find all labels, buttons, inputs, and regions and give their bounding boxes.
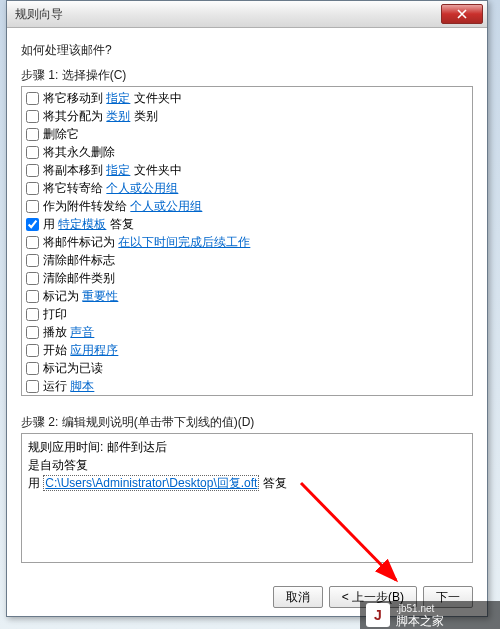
action-value-link[interactable]: 脚本 xyxy=(70,379,94,393)
action-checkbox[interactable] xyxy=(26,272,39,285)
watermark-text: 脚本之家 xyxy=(396,615,444,627)
watermark: J .jb51.net 脚本之家 xyxy=(360,601,500,629)
action-checkbox[interactable] xyxy=(26,200,39,213)
action-item[interactable]: 将邮件标记为 在以下时间完成后续工作 xyxy=(24,233,470,251)
question-label: 如何处理该邮件? xyxy=(21,42,473,59)
action-text: 清除邮件类别 xyxy=(43,269,115,287)
action-item[interactable]: 将其分配为 类别 类别 xyxy=(24,107,470,125)
action-text: 播放 声音 xyxy=(43,323,94,341)
action-item[interactable]: 清除邮件类别 xyxy=(24,269,470,287)
action-item[interactable]: 将副本移到 指定 文件夹中 xyxy=(24,161,470,179)
titlebar[interactable]: 规则向导 xyxy=(7,1,487,28)
cancel-button[interactable]: 取消 xyxy=(273,586,323,608)
action-checkbox[interactable] xyxy=(26,308,39,321)
action-text: 将其分配为 类别 类别 xyxy=(43,107,158,125)
action-checkbox[interactable] xyxy=(26,92,39,105)
action-item[interactable]: 播放 声音 xyxy=(24,323,470,341)
step1-label: 步骤 1: 选择操作(C) xyxy=(21,67,473,84)
action-item[interactable]: 打印 xyxy=(24,305,470,323)
action-item[interactable]: 标记为 重要性 xyxy=(24,287,470,305)
action-value-link[interactable]: 应用程序 xyxy=(70,343,118,357)
action-text: 将它转寄给 个人或公用组 xyxy=(43,179,178,197)
action-text: 清除邮件标志 xyxy=(43,251,115,269)
template-path-link[interactable]: C:\Users\Administrator\Desktop\回复.oft xyxy=(43,475,259,491)
action-text: 将邮件标记为 在以下时间完成后续工作 xyxy=(43,233,250,251)
action-text: 标记为 重要性 xyxy=(43,287,118,305)
action-checkbox[interactable] xyxy=(26,380,39,393)
action-text: 用 特定模板 答复 xyxy=(43,215,134,233)
action-text: 标记为已读 xyxy=(43,359,103,377)
action-checkbox[interactable] xyxy=(26,326,39,339)
action-item[interactable]: 清除邮件标志 xyxy=(24,251,470,269)
action-value-link[interactable]: 类别 xyxy=(106,109,130,123)
rule-description-box[interactable]: 规则应用时间: 邮件到达后 是自动答复 用 C:\Users\Administr… xyxy=(21,433,473,563)
action-text: 作为附件转发给 个人或公用组 xyxy=(43,197,202,215)
action-text: 运行 脚本 xyxy=(43,377,94,395)
action-value-link[interactable]: 指定 xyxy=(106,163,130,177)
action-checkbox[interactable] xyxy=(26,128,39,141)
action-checkbox[interactable] xyxy=(26,254,39,267)
dialog-title: 规则向导 xyxy=(15,6,441,23)
action-checkbox[interactable] xyxy=(26,362,39,375)
rules-wizard-dialog: 规则向导 如何处理该邮件? 步骤 1: 选择操作(C) 将它移动到 指定 文件夹… xyxy=(6,0,488,617)
desc-line-3: 用 C:\Users\Administrator\Desktop\回复.oft … xyxy=(28,474,466,492)
action-value-link[interactable]: 声音 xyxy=(70,325,94,339)
action-value-link[interactable]: 个人或公用组 xyxy=(106,181,178,195)
actions-listbox[interactable]: 将它移动到 指定 文件夹中将其分配为 类别 类别删除它将其永久删除将副本移到 指… xyxy=(21,86,473,396)
action-checkbox[interactable] xyxy=(26,290,39,303)
desc-line-1: 规则应用时间: 邮件到达后 xyxy=(28,438,466,456)
action-value-link[interactable]: 个人或公用组 xyxy=(130,199,202,213)
close-icon xyxy=(457,9,467,19)
dialog-content: 如何处理该邮件? 步骤 1: 选择操作(C) 将它移动到 指定 文件夹中将其分配… xyxy=(7,28,487,613)
action-value-link[interactable]: 在以下时间完成后续工作 xyxy=(118,235,250,249)
watermark-site: .jb51.net xyxy=(396,603,444,615)
action-value-link[interactable]: 特定模板 xyxy=(58,217,106,231)
action-item[interactable]: 标记为已读 xyxy=(24,359,470,377)
action-checkbox[interactable] xyxy=(26,164,39,177)
action-checkbox[interactable] xyxy=(26,218,39,231)
action-item[interactable]: 将其永久删除 xyxy=(24,143,470,161)
action-item[interactable]: 用 特定模板 答复 xyxy=(24,215,470,233)
desc-line-2: 是自动答复 xyxy=(28,456,466,474)
action-text: 打印 xyxy=(43,305,67,323)
action-checkbox[interactable] xyxy=(26,110,39,123)
action-item[interactable]: 运行 脚本 xyxy=(24,377,470,395)
action-text: 删除它 xyxy=(43,125,79,143)
action-checkbox[interactable] xyxy=(26,344,39,357)
action-checkbox[interactable] xyxy=(26,146,39,159)
action-text: 开始 应用程序 xyxy=(43,341,118,359)
action-text: 将它移动到 指定 文件夹中 xyxy=(43,89,182,107)
action-value-link[interactable]: 重要性 xyxy=(82,289,118,303)
action-checkbox[interactable] xyxy=(26,182,39,195)
watermark-logo-icon: J xyxy=(366,603,390,627)
action-text: 将其永久删除 xyxy=(43,143,115,161)
action-checkbox[interactable] xyxy=(26,236,39,249)
action-item[interactable]: 作为附件转发给 个人或公用组 xyxy=(24,197,470,215)
action-item[interactable]: 开始 应用程序 xyxy=(24,341,470,359)
close-button[interactable] xyxy=(441,4,483,24)
action-item[interactable]: 删除它 xyxy=(24,125,470,143)
step2-label: 步骤 2: 编辑规则说明(单击带下划线的值)(D) xyxy=(21,414,473,431)
action-item[interactable]: 将它移动到 指定 文件夹中 xyxy=(24,89,470,107)
action-text: 将副本移到 指定 文件夹中 xyxy=(43,161,182,179)
action-value-link[interactable]: 指定 xyxy=(106,91,130,105)
action-item[interactable]: 将它转寄给 个人或公用组 xyxy=(24,179,470,197)
